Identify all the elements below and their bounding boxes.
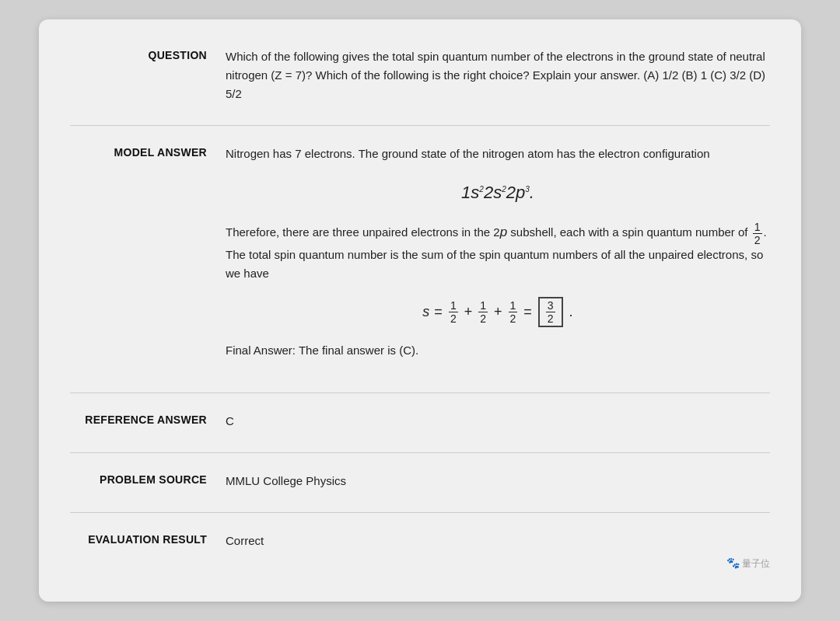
boxed-result: 3 2	[538, 297, 563, 327]
period: .	[569, 301, 573, 323]
sum-equation: s = 1 2 + 1 2 + 1 2 = 3 2	[226, 297, 770, 327]
reference-answer-content: C	[226, 412, 770, 431]
reference-answer-section: REFERENCE ANSWER C	[70, 412, 770, 431]
watermark-text: 量子位	[742, 558, 770, 569]
final-answer: Final Answer: The final answer is (C).	[226, 341, 770, 360]
reference-answer-value: C	[226, 414, 234, 427]
model-answer-intro: Nitrogen has 7 electrons. The ground sta…	[226, 145, 770, 163]
question-label: QUESTION	[70, 47, 226, 103]
plus-2: +	[494, 301, 502, 323]
electron-config: 1s22s22p3.	[461, 183, 534, 202]
equals-sign: =	[434, 301, 443, 323]
model-answer-content: Nitrogen has 7 electrons. The ground sta…	[226, 145, 770, 371]
evaluation-result-label: EVALUATION RESULT	[70, 532, 226, 550]
question-text: Which of the following gives the total s…	[226, 50, 765, 100]
frac-1: 1 2	[449, 300, 458, 324]
divider-4	[70, 512, 770, 513]
reference-answer-label: REFERENCE ANSWER	[70, 412, 226, 431]
model-answer-explanation: Therefore, there are three unpaired elec…	[226, 222, 770, 283]
evaluation-result-value: Correct	[226, 534, 264, 547]
divider-3	[70, 452, 770, 453]
question-content: Which of the following gives the total s…	[226, 47, 770, 103]
problem-source-value: MMLU College Physics	[226, 474, 346, 487]
problem-source-content: MMLU College Physics	[226, 472, 770, 490]
plus-1: +	[464, 301, 473, 323]
frac-2: 1 2	[478, 300, 488, 324]
model-answer-section: MODEL ANSWER Nitrogen has 7 electrons. T…	[70, 145, 770, 371]
s-var: s	[422, 301, 429, 323]
problem-source-section: PROBLEM SOURCE MMLU College Physics	[70, 472, 770, 490]
divider-2	[70, 392, 770, 393]
fraction-half: 1 2	[753, 222, 762, 246]
card: QUESTION Which of the following gives th…	[39, 19, 801, 602]
question-section: QUESTION Which of the following gives th…	[70, 47, 770, 103]
divider-1	[70, 125, 770, 126]
evaluation-result-content: Correct	[226, 532, 770, 550]
electron-config-block: 1s22s22p3.	[226, 179, 770, 206]
equals-sign-2: =	[523, 301, 532, 323]
model-answer-label: MODEL ANSWER	[70, 145, 226, 371]
frac-3: 1 2	[509, 300, 518, 324]
evaluation-result-section: EVALUATION RESULT Correct	[70, 532, 770, 550]
watermark-icon: 🐾	[726, 556, 740, 569]
watermark: 🐾 量子位	[70, 556, 770, 570]
problem-source-label: PROBLEM SOURCE	[70, 472, 226, 490]
